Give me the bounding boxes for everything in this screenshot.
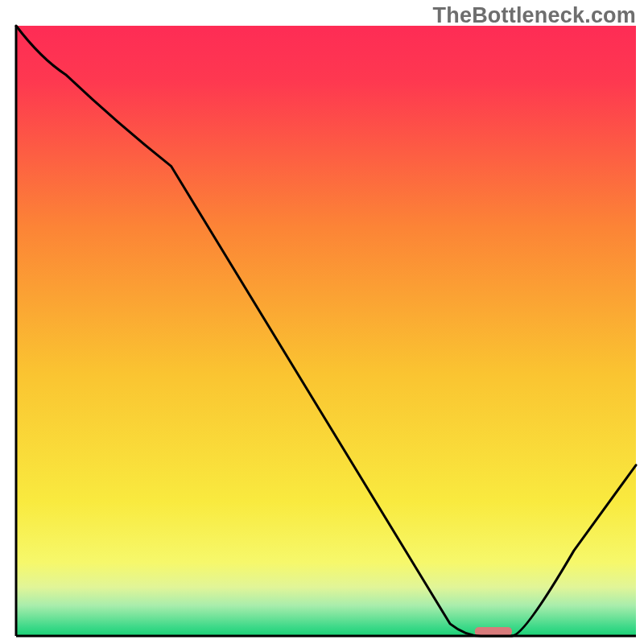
optimal-range-marker bbox=[475, 627, 512, 636]
chart-container: TheBottleneck.com bbox=[0, 0, 644, 644]
watermark-text: TheBottleneck.com bbox=[433, 3, 636, 28]
bottleneck-chart bbox=[0, 0, 644, 644]
plot-background bbox=[16, 26, 636, 636]
